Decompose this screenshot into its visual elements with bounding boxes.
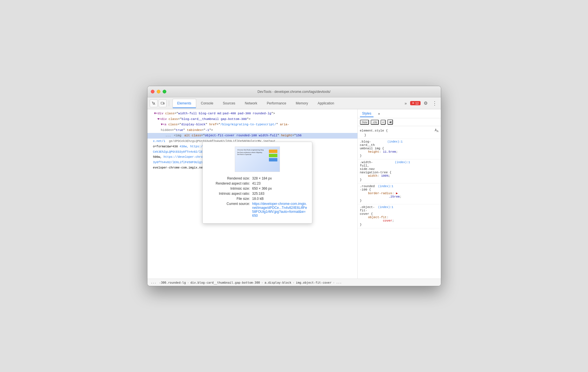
- styles-header: Styles »: [358, 109, 441, 118]
- tab-console[interactable]: Console: [196, 99, 218, 108]
- style-rule-close5: }: [360, 222, 439, 227]
- dom-line-1[interactable]: ▼<div class="width-full blog-card md:pad…: [147, 111, 357, 117]
- tooltip-row-file-size: File size: 18.0 kB: [207, 197, 308, 201]
- devtools-window: DevTools - developer.chrome.com/tags/dev…: [147, 86, 441, 286]
- tooltip-row-rendered-ratio: Rendered aspect ratio: 41:23: [207, 181, 308, 185]
- preview-blog-title: DevTools architecture refresh: Migrating…: [237, 152, 263, 155]
- tooltip-value-intrinsic-ratio: 325:183: [252, 192, 264, 196]
- inspect-element-button[interactable]: [150, 99, 158, 107]
- breadcrumb-item-3[interactable]: a.display-block: [263, 280, 292, 285]
- breadcrumb-ellipsis[interactable]: ...: [150, 281, 158, 284]
- tab-network[interactable]: Network: [240, 99, 262, 108]
- tooltip-label-current-source: Current source:: [207, 202, 252, 218]
- class-button[interactable]: .cls: [371, 120, 379, 125]
- tooltip-label-intrinsic-size: Intrinsic size:: [207, 187, 252, 191]
- image-preview-container: Chrome DevTools engineering blog DevTool…: [207, 146, 308, 172]
- toolbar: Elements Console Sources Network Perform…: [147, 97, 441, 109]
- style-source-rounded[interactable]: (index):1: [378, 185, 393, 188]
- image-preview-inner: Chrome DevTools engineering blog DevTool…: [235, 147, 280, 172]
- toolbar-separator: [169, 100, 169, 106]
- breadcrumb-item-4[interactable]: img.object-fit-cover: [295, 280, 333, 285]
- dom-line-3[interactable]: ▼<a class="display-block" href="/blog/mi…: [147, 122, 357, 128]
- tooltip-label-rendered-ratio: Rendered aspect ratio:: [207, 181, 252, 185]
- style-selector-width: .width-full,side-navnavigation-tree {: [360, 161, 392, 174]
- preview-block-blue: [269, 158, 277, 161]
- tab-styles-more[interactable]: »: [376, 111, 382, 117]
- svg-rect-2: [163, 103, 164, 104]
- style-rule-close3: }: [360, 178, 439, 182]
- add-style-rule-button[interactable]: +: [381, 120, 386, 125]
- traffic-lights: [151, 90, 166, 93]
- tooltip-label-rendered-size: Rendered size:: [207, 176, 252, 180]
- main-content: ▼<div class="width-full blog-card md:pad…: [147, 109, 441, 279]
- dom-line-3b: hidden="true" tabindex="-1">: [147, 128, 357, 133]
- ellipsis-expand[interactable]: ...: [164, 134, 172, 137]
- style-rule-close4: }: [360, 198, 439, 203]
- style-source-width[interactable]: (index):1: [395, 161, 410, 164]
- styles-toolbar: :hov .cls + ◀: [358, 118, 441, 126]
- image-preview-box: Chrome DevTools engineering blog DevTool…: [235, 146, 280, 172]
- tabs-extra: » ✕ 12 ⚙ ⋮: [402, 99, 438, 107]
- tooltip-row-intrinsic-ratio: Intrinsic aspect ratio: 325:183: [207, 192, 308, 196]
- settings-button[interactable]: ⚙: [422, 99, 430, 107]
- more-tabs-button[interactable]: »: [402, 100, 409, 107]
- tab-styles[interactable]: Styles: [360, 110, 374, 117]
- styles-panel: Styles » :hov .cls + ◀ element.style { A…: [358, 109, 441, 279]
- style-rule-close: }: [360, 133, 439, 137]
- svg-rect-1: [161, 102, 163, 104]
- dom-tag: ▼<div: [154, 112, 165, 115]
- dom-line-2[interactable]: ▼<div class="blog-card__thumbnail gap-bo…: [147, 117, 357, 122]
- tooltip-label-intrinsic-ratio: Intrinsic aspect ratio:: [207, 192, 252, 196]
- tab-memory[interactable]: Memory: [291, 99, 313, 108]
- error-count: 12: [415, 102, 419, 105]
- style-rule-element: element.style { AA }: [358, 127, 441, 139]
- dom-panel-wrapper: ▼<div class="width-full blog-card md:pad…: [147, 109, 358, 279]
- style-rule-width-full: .width-full,side-navnavigation-tree { (i…: [358, 159, 441, 183]
- minimize-button[interactable]: [157, 90, 160, 93]
- maximize-button[interactable]: [163, 90, 166, 93]
- tooltip-value-file-size: 18.0 kB: [252, 197, 264, 201]
- style-prop-height: height: 11.5rem;: [360, 150, 439, 154]
- style-selector-element: element.style {: [360, 129, 388, 132]
- style-source-object-fit[interactable]: (index):1: [378, 206, 393, 209]
- style-prop-width: width: 100%;: [360, 174, 439, 178]
- style-selector-object-fit: .object-fit-cover {: [360, 205, 375, 216]
- device-toolbar-button[interactable]: [159, 99, 167, 107]
- breadcrumb-more[interactable]: ...: [335, 281, 343, 284]
- style-prop-border-radius: border-radius: ▶ .25rem;: [360, 191, 439, 198]
- tooltip-row-rendered-size: Rendered size: 328 × 184 px: [207, 176, 308, 180]
- computed-styles-button[interactable]: ◀: [387, 119, 393, 125]
- titlebar: DevTools - developer.chrome.com/tags/dev…: [147, 86, 441, 97]
- breadcrumb-item-2[interactable]: div.blog-card__thumbnail.gap-bottom-300: [189, 280, 261, 285]
- style-selector-rounded: .rounded-100 {: [360, 185, 375, 191]
- error-count-badge[interactable]: ✕ 12: [410, 101, 420, 105]
- tooltip-value-current-source[interactable]: https://developer-chrome-com.imgix.net/i…: [252, 202, 308, 218]
- preview-blocks: [269, 150, 277, 161]
- bottom-bar: ... -300.rounded-lg › div.blog-card__thu…: [147, 279, 441, 286]
- style-rule-rounded: .rounded-100 { (index):1 border-radius: …: [358, 183, 441, 204]
- tab-sources[interactable]: Sources: [218, 99, 240, 108]
- tooltip-row-current-source: Current source: https://developer-chrome…: [207, 202, 308, 218]
- image-tooltip: Chrome DevTools engineering blog DevTool…: [202, 142, 312, 224]
- font-size-toggle[interactable]: AA: [435, 128, 438, 133]
- style-source-blog[interactable]: (index):1: [387, 140, 403, 143]
- tab-application[interactable]: Application: [313, 99, 339, 108]
- style-selector-blog: .blog-card__thumbnail img {: [360, 140, 384, 150]
- svg-line-0: [154, 104, 155, 105]
- preview-block-orange: [269, 150, 277, 153]
- preview-blog-header: Chrome DevTools engineering blog: [237, 149, 264, 151]
- dom-line-selected[interactable]: ... <img alt class="object-fit-cover rou…: [147, 133, 357, 139]
- more-options-button[interactable]: ⋮: [431, 99, 439, 107]
- tooltip-value-intrinsic-size: 650 × 366 px: [252, 187, 272, 191]
- tooltip-row-intrinsic-size: Intrinsic size: 650 × 366 px: [207, 187, 308, 191]
- style-prop-object-fit: object-fit: cover;: [360, 216, 439, 222]
- preview-block-green: [269, 154, 277, 157]
- window-title: DevTools - developer.chrome.com/tags/dev…: [258, 90, 331, 94]
- tab-performance[interactable]: Performance: [262, 99, 291, 108]
- style-rule-blog-thumbnail: .blog-card__thumbnail img { (index):1 he…: [358, 139, 441, 159]
- style-rule-object-fit: .object-fit-cover { (index):1 object-fit…: [358, 204, 441, 228]
- tab-elements[interactable]: Elements: [173, 99, 196, 108]
- close-button[interactable]: [151, 90, 154, 93]
- breadcrumb-item-1[interactable]: -300.rounded-lg: [158, 280, 187, 285]
- hover-state-button[interactable]: :hov: [360, 120, 369, 125]
